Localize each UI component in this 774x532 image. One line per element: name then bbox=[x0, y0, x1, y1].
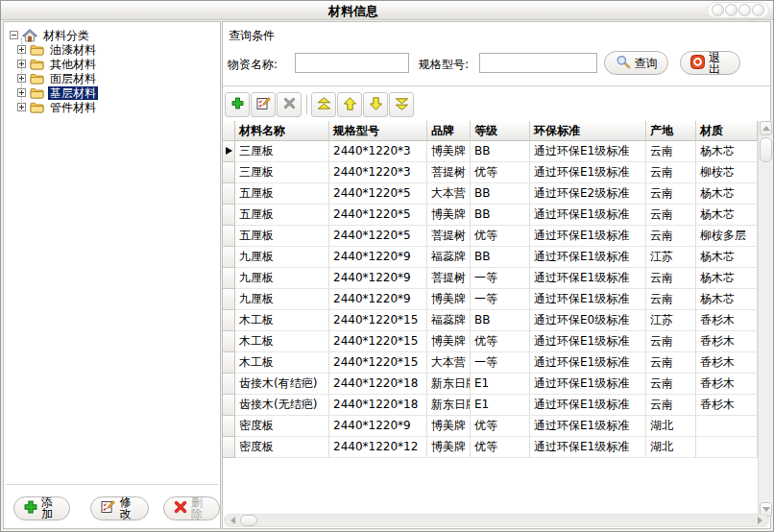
cell-spec-model[interactable]: 2440*1220*18 bbox=[329, 395, 427, 416]
window-control-icon[interactable] bbox=[712, 4, 724, 16]
cell-spec-model[interactable]: 2440*1220*12 bbox=[329, 437, 427, 458]
cell-origin[interactable]: 江苏 bbox=[646, 310, 696, 331]
cell-origin[interactable]: 云南 bbox=[646, 205, 696, 226]
table-row[interactable]: 九厘板 2440*1220*9 福蕊牌 BB 通过环保E1级标准 江苏 杨木芯 bbox=[223, 247, 758, 268]
cell-grade[interactable]: 一等 bbox=[471, 289, 530, 310]
cell-spec-model[interactable]: 2440*1220*9 bbox=[329, 289, 427, 310]
material-name-input[interactable] bbox=[295, 53, 409, 73]
search-button[interactable]: 查询 bbox=[604, 51, 668, 75]
cell-brand[interactable]: 博美牌 bbox=[427, 437, 471, 458]
cell-material-texture[interactable] bbox=[696, 437, 758, 458]
table-row[interactable]: 三厘板 2440*1220*3 菩提树 优等 通过环保E1级标准 云南 柳桉芯 bbox=[223, 162, 758, 183]
cell-material-texture[interactable]: 柳桉多层 bbox=[696, 226, 758, 247]
expand-icon[interactable] bbox=[17, 103, 26, 111]
cell-origin[interactable]: 云南 bbox=[646, 374, 696, 395]
exit-button[interactable]: 退出 bbox=[680, 51, 740, 75]
cell-material-texture[interactable]: 香杉木 bbox=[696, 374, 758, 395]
cell-env-standard[interactable]: 通过环保E1级标准 bbox=[530, 226, 646, 247]
row-selector-cell[interactable] bbox=[223, 437, 235, 458]
delete-button[interactable]: 删除 bbox=[163, 496, 220, 520]
column-header-material-texture[interactable]: 材质 bbox=[696, 121, 758, 141]
cell-brand[interactable]: 菩提树 bbox=[427, 268, 471, 289]
expand-icon[interactable] bbox=[17, 60, 26, 68]
cell-grade[interactable]: 一等 bbox=[471, 268, 530, 289]
cell-brand[interactable]: 新东日牌 bbox=[427, 374, 471, 395]
tree-item[interactable]: 其他材料 bbox=[17, 57, 218, 71]
cell-brand[interactable]: 博美牌 bbox=[427, 141, 471, 162]
cell-origin[interactable]: 云南 bbox=[646, 352, 696, 374]
cell-material-name[interactable]: 木工板 bbox=[235, 310, 329, 331]
column-header-grade[interactable]: 等级 bbox=[471, 121, 530, 141]
spec-model-input[interactable] bbox=[479, 53, 597, 73]
cell-brand[interactable]: 大本营 bbox=[427, 183, 471, 205]
window-control-icon[interactable] bbox=[752, 4, 764, 16]
expand-icon[interactable] bbox=[17, 88, 26, 97]
table-row[interactable]: 木工板 2440*1220*15 福蕊牌 BB 通过环保E0级标准 江苏 香杉木 bbox=[223, 310, 758, 331]
cell-material-name[interactable]: 密度板 bbox=[235, 416, 329, 437]
cell-env-standard[interactable]: 通过环保E1级标准 bbox=[530, 205, 646, 226]
cell-brand[interactable]: 大本营 bbox=[427, 352, 471, 374]
table-row[interactable]: 五厘板 2440*1220*5 博美牌 BB 通过环保E1级标准 云南 杨木芯 bbox=[223, 205, 758, 226]
row-selector-cell[interactable] bbox=[223, 183, 235, 205]
row-selector-cell[interactable] bbox=[223, 374, 235, 395]
cell-env-standard[interactable]: 通过环保E2级标准 bbox=[530, 183, 646, 205]
cell-origin[interactable]: 云南 bbox=[646, 162, 696, 183]
cell-brand[interactable]: 博美牌 bbox=[427, 331, 471, 352]
cell-brand[interactable]: 菩提树 bbox=[427, 226, 471, 247]
cell-grade[interactable]: 优等 bbox=[471, 416, 530, 437]
cell-origin[interactable]: 湖北 bbox=[646, 437, 696, 458]
previous-record-button[interactable] bbox=[337, 92, 362, 117]
cell-grade[interactable]: E1 bbox=[471, 374, 530, 395]
cell-origin[interactable]: 江苏 bbox=[646, 247, 696, 268]
tree-item[interactable]: 面层材料 bbox=[17, 71, 218, 85]
toolbar-delete-button[interactable] bbox=[277, 92, 302, 117]
cell-material-texture[interactable]: 杨木芯 bbox=[696, 247, 758, 268]
cell-material-texture[interactable]: 杨木芯 bbox=[696, 141, 758, 162]
table-row[interactable]: 齿接木(有结疤) 2440*1220*18 新东日牌 E1 通过环保E1级标准 … bbox=[223, 374, 758, 395]
cell-grade[interactable]: 优等 bbox=[471, 162, 530, 183]
cell-material-name[interactable]: 三厘板 bbox=[235, 141, 329, 162]
cell-env-standard[interactable]: 通过环保E1级标准 bbox=[530, 247, 646, 268]
cell-spec-model[interactable]: 2440*1220*3 bbox=[329, 141, 427, 162]
cell-origin[interactable]: 云南 bbox=[646, 331, 696, 352]
cell-spec-model[interactable]: 2440*1220*3 bbox=[329, 162, 427, 183]
cell-material-texture[interactable]: 杨木芯 bbox=[696, 289, 758, 310]
cell-env-standard[interactable]: 通过环保E1级标准 bbox=[530, 268, 646, 289]
tree-item[interactable]: 管件材料 bbox=[17, 100, 218, 114]
cell-brand[interactable]: 福蕊牌 bbox=[427, 247, 471, 268]
cell-spec-model[interactable]: 2440*1220*18 bbox=[329, 374, 427, 395]
expand-icon[interactable] bbox=[17, 45, 26, 54]
cell-grade[interactable]: BB bbox=[471, 310, 530, 331]
column-header-spec-model[interactable]: 规格型号 bbox=[329, 121, 427, 141]
cell-env-standard[interactable]: 通过环保E0级标准 bbox=[530, 310, 646, 331]
cell-material-name[interactable]: 密度板 bbox=[235, 437, 329, 458]
cell-env-standard[interactable]: 通过环保E1级标准 bbox=[530, 289, 646, 310]
cell-grade[interactable]: 优等 bbox=[471, 437, 530, 458]
cell-env-standard[interactable]: 通过环保E1级标准 bbox=[530, 141, 646, 162]
tree-item-label[interactable]: 其他材料 bbox=[48, 58, 98, 71]
scroll-left-button[interactable] bbox=[227, 515, 239, 526]
row-selector-cell[interactable] bbox=[223, 205, 235, 226]
tree-root[interactable]: 材料分类 bbox=[10, 28, 218, 42]
table-row[interactable]: 齿接木(无结疤) 2440*1220*18 新东日牌 E1 通过环保E1级标准 … bbox=[223, 395, 758, 416]
cell-origin[interactable]: 云南 bbox=[646, 289, 696, 310]
table-row[interactable]: 密度板 2440*1220*9 博美牌 优等 通过环保E1级标准 湖北 bbox=[223, 416, 758, 437]
row-selector-cell[interactable] bbox=[223, 289, 235, 310]
row-selector-cell[interactable] bbox=[223, 162, 235, 183]
vertical-scroll-thumb[interactable] bbox=[760, 137, 772, 162]
cell-material-name[interactable]: 齿接木(有结疤) bbox=[235, 374, 329, 395]
cell-material-name[interactable]: 九厘板 bbox=[235, 268, 329, 289]
table-row[interactable]: 木工板 2440*1220*15 博美牌 优等 通过环保E1级标准 云南 香杉木 bbox=[223, 331, 758, 352]
cell-brand[interactable]: 新东日牌 bbox=[427, 395, 471, 416]
cell-origin[interactable]: 湖北 bbox=[646, 416, 696, 437]
cell-spec-model[interactable]: 2440*1220*15 bbox=[329, 310, 427, 331]
cell-brand[interactable]: 博美牌 bbox=[427, 205, 471, 226]
cell-material-name[interactable]: 五厘板 bbox=[235, 183, 329, 205]
tree-root-label[interactable]: 材料分类 bbox=[41, 29, 91, 42]
row-selector-cell[interactable] bbox=[223, 141, 235, 162]
cell-material-texture[interactable] bbox=[696, 416, 758, 437]
cell-material-name[interactable]: 三厘板 bbox=[235, 162, 329, 183]
vertical-scrollbar[interactable] bbox=[758, 121, 772, 517]
cell-spec-model[interactable]: 2440*1220*15 bbox=[329, 352, 427, 374]
cell-material-texture[interactable]: 杨木芯 bbox=[696, 183, 758, 205]
